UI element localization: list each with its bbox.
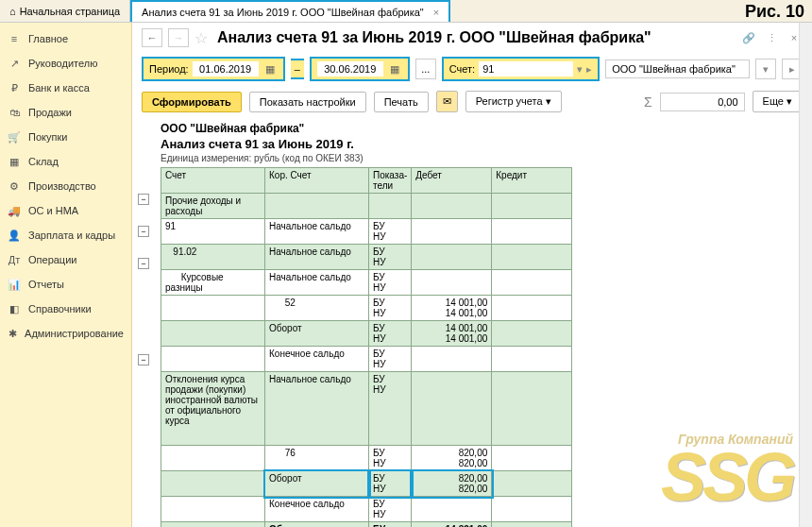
settings-button[interactable]: Показать настройки bbox=[249, 92, 366, 112]
link-icon[interactable]: 🔗 bbox=[740, 29, 757, 46]
period-picker-button[interactable]: ... bbox=[415, 59, 436, 79]
tab-home-label: Начальная страница bbox=[20, 6, 120, 17]
sidebar-item-0[interactable]: ≡Главное bbox=[0, 26, 131, 51]
table-row[interactable]: ОборотБУНУ14 821,0014 821,00 bbox=[161, 522, 572, 528]
table-row[interactable]: Курсовые разницыНачальное сальдоБУНУ bbox=[161, 270, 572, 296]
report-unit: Единица измерения: рубль (код по ОКЕИ 38… bbox=[161, 153, 803, 163]
table-row[interactable]: 91.02Начальное сальдоБУНУ bbox=[161, 245, 572, 270]
forward-button[interactable]: → bbox=[168, 28, 189, 47]
sidebar-icon: ₽ bbox=[8, 81, 21, 94]
sidebar-icon: 👤 bbox=[8, 229, 21, 242]
star-icon[interactable]: ☆ bbox=[195, 29, 208, 47]
tree-collapse-node[interactable]: − bbox=[138, 354, 149, 366]
open-icon[interactable]: ▸ bbox=[586, 63, 592, 76]
th-indicators: Показа- тели bbox=[369, 168, 412, 194]
sidebar-label: Справочники bbox=[28, 303, 92, 314]
tree-collapse-node[interactable]: − bbox=[138, 194, 149, 205]
scrollbar-vertical[interactable] bbox=[799, 23, 812, 527]
dropdown-icon[interactable]: ▾ bbox=[577, 63, 583, 76]
sidebar-icon: 🚚 bbox=[8, 204, 21, 217]
sidebar-label: Склад bbox=[28, 156, 59, 167]
account-input[interactable] bbox=[479, 61, 573, 76]
sigma-icon: Σ bbox=[644, 94, 652, 110]
filter-bar: Период: ▦ – ▦ ... Счет: ▾ ▸ ▾ ▸ bbox=[132, 53, 812, 85]
sidebar-item-6[interactable]: ⚙Производство bbox=[0, 174, 131, 198]
sidebar-item-4[interactable]: 🛒Покупки bbox=[0, 125, 131, 149]
tab-active-label: Анализ счета 91 за Июнь 2019 г. ООО "Шве… bbox=[142, 7, 424, 18]
action-bar: Сформировать Показать настройки Печать ✉… bbox=[132, 85, 812, 118]
tab-home[interactable]: ⌂ Начальная страница bbox=[0, 0, 130, 22]
sidebar-icon: 🛒 bbox=[8, 130, 21, 144]
table-header-row: Счет Кор. Счет Показа- тели Дебет Кредит bbox=[161, 168, 572, 194]
tabs-bar: ⌂ Начальная страница Анализ счета 91 за … bbox=[0, 0, 812, 23]
tree-collapse-node[interactable]: − bbox=[138, 258, 149, 269]
sidebar-label: Производство bbox=[28, 180, 96, 192]
more-icon[interactable]: ⋮ bbox=[763, 29, 780, 46]
sidebar-item-5[interactable]: ▦Склад bbox=[0, 149, 131, 174]
table-row[interactable]: 91Начальное сальдоБУНУ bbox=[161, 219, 572, 245]
sidebar-label: Зарплата и кадры bbox=[28, 230, 115, 241]
mail-button[interactable]: ✉ bbox=[436, 91, 458, 112]
more-button[interactable]: Еще ▾ bbox=[753, 91, 803, 112]
table-row[interactable]: 52БУНУ14 001,0014 001,00 bbox=[161, 296, 572, 321]
register-button[interactable]: Регистр учета ▾ bbox=[465, 91, 562, 112]
close-icon[interactable]: × bbox=[433, 7, 439, 18]
print-button[interactable]: Печать bbox=[374, 92, 429, 112]
sidebar: ≡Главное↗Руководителю₽Банк и касса🛍Прода… bbox=[0, 23, 132, 527]
th-credit: Кредит bbox=[492, 168, 572, 194]
report-org: ООО "Швейная фабрика" bbox=[161, 122, 803, 135]
page-title: Анализ счета 91 за Июнь 2019 г. ООО "Шве… bbox=[217, 29, 651, 46]
report-title: Анализ счета 91 за Июнь 2019 г. bbox=[161, 137, 803, 151]
watermark: Группа Компаний SSG bbox=[661, 432, 793, 508]
calendar-icon[interactable]: ▦ bbox=[262, 63, 278, 76]
period-box: Период: ▦ bbox=[142, 57, 285, 81]
table-row[interactable]: Конечное сальдоБУНУ bbox=[161, 497, 572, 522]
sidebar-item-9[interactable]: ДтОперации bbox=[0, 247, 131, 272]
org-dropdown-icon[interactable]: ▾ bbox=[755, 59, 776, 79]
sidebar-label: Банк и касса bbox=[28, 82, 90, 94]
tab-analysis[interactable]: Анализ счета 91 за Июнь 2019 г. ООО "Шве… bbox=[130, 0, 450, 22]
account-box: Счет: ▾ ▸ bbox=[442, 57, 600, 81]
title-row: ← → ☆ Анализ счета 91 за Июнь 2019 г. ОО… bbox=[132, 23, 812, 53]
sidebar-item-11[interactable]: ◧Справочники bbox=[0, 297, 131, 321]
watermark-main: SSG bbox=[661, 447, 793, 508]
sidebar-label: Главное bbox=[28, 33, 68, 44]
sidebar-item-2[interactable]: ₽Банк и касса bbox=[0, 76, 131, 100]
sidebar-icon: ◧ bbox=[8, 302, 21, 315]
org-input[interactable] bbox=[605, 60, 750, 78]
table-row[interactable]: 76БУНУ820,00820,00 bbox=[161, 446, 572, 471]
table-row[interactable]: Прочие доходы и расходы bbox=[161, 194, 572, 219]
sidebar-label: Покупки bbox=[28, 131, 67, 143]
table-row[interactable]: ОборотБУНУ820,00820,00 bbox=[161, 471, 572, 497]
date-from-input[interactable] bbox=[193, 61, 259, 76]
table-row[interactable]: ОборотБУНУ14 001,0014 001,00 bbox=[161, 321, 572, 347]
sidebar-item-8[interactable]: 👤Зарплата и кадры bbox=[0, 223, 131, 247]
table-row[interactable]: Конечное сальдоБУНУ bbox=[161, 347, 572, 372]
account-label: Счет: bbox=[449, 63, 475, 75]
report-table: Счет Кор. Счет Показа- тели Дебет Кредит… bbox=[161, 167, 572, 527]
sidebar-item-10[interactable]: 📊Отчеты bbox=[0, 272, 131, 297]
home-icon: ⌂ bbox=[9, 6, 16, 17]
sidebar-item-12[interactable]: ✱Администрирование bbox=[0, 321, 131, 346]
sidebar-icon: ≡ bbox=[8, 32, 21, 45]
back-button[interactable]: ← bbox=[142, 28, 162, 47]
sidebar-icon: ✱ bbox=[8, 327, 17, 340]
th-debit: Дебет bbox=[412, 168, 492, 194]
sidebar-item-1[interactable]: ↗Руководителю bbox=[0, 51, 131, 76]
period-to-box: ▦ bbox=[310, 57, 410, 81]
date-to-input[interactable] bbox=[317, 61, 383, 76]
calendar-icon[interactable]: ▦ bbox=[387, 63, 402, 76]
sidebar-icon: ▦ bbox=[8, 155, 21, 168]
sidebar-icon: ↗ bbox=[8, 57, 21, 70]
sidebar-icon: 🛍 bbox=[8, 106, 21, 119]
table-row[interactable]: Отклонения курса продажи (покупки) иност… bbox=[161, 372, 572, 446]
sidebar-item-3[interactable]: 🛍Продажи bbox=[0, 100, 131, 125]
sidebar-label: Продажи bbox=[28, 107, 72, 118]
form-button[interactable]: Сформировать bbox=[142, 92, 242, 112]
tree-collapse-node[interactable]: − bbox=[138, 226, 149, 237]
th-account: Счет bbox=[161, 168, 265, 194]
sidebar-label: ОС и НМА bbox=[28, 205, 78, 216]
sidebar-item-7[interactable]: 🚚ОС и НМА bbox=[0, 198, 131, 223]
date-separator: – bbox=[291, 59, 304, 79]
sidebar-icon: 📊 bbox=[8, 278, 21, 291]
